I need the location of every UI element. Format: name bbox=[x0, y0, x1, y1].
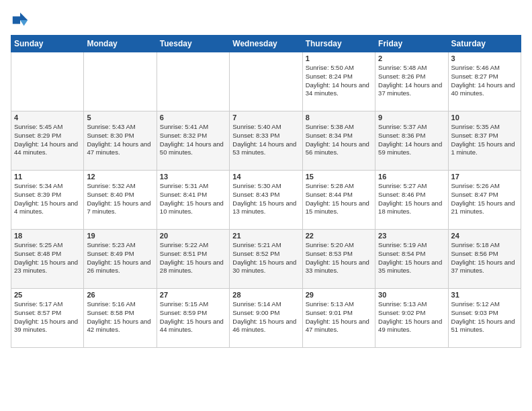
sunset-text: Sunset: 8:32 PM bbox=[160, 132, 226, 140]
daylight-text: Daylight: 15 hours and 26 minutes. bbox=[87, 259, 153, 276]
sunrise-text: Sunrise: 5:40 AM bbox=[232, 123, 299, 132]
sunrise-text: Sunrise: 5:28 AM bbox=[306, 182, 372, 191]
sunset-text: Sunset: 8:41 PM bbox=[160, 191, 226, 199]
sunset-text: Sunset: 8:29 PM bbox=[14, 132, 81, 140]
calendar-cell: 15Sunrise: 5:28 AMSunset: 8:44 PMDayligh… bbox=[302, 171, 375, 230]
sunset-text: Sunset: 8:46 PM bbox=[378, 191, 445, 199]
daylight-text: Daylight: 15 hours and 51 minutes. bbox=[451, 318, 518, 335]
day-number: 21 bbox=[232, 232, 299, 240]
daylight-text: Daylight: 15 hours and 21 minutes. bbox=[451, 199, 518, 217]
day-number: 11 bbox=[14, 173, 81, 181]
calendar-cell: 13Sunrise: 5:31 AMSunset: 8:41 PMDayligh… bbox=[157, 171, 229, 230]
calendar-cell: 30Sunrise: 5:13 AMSunset: 9:02 PMDayligh… bbox=[375, 289, 448, 348]
day-info: Sunrise: 5:41 AMSunset: 8:32 PMDaylight:… bbox=[160, 123, 226, 157]
sunrise-text: Sunrise: 5:13 AM bbox=[306, 300, 372, 309]
day-number: 12 bbox=[87, 173, 153, 181]
calendar-cell: 17Sunrise: 5:26 AMSunset: 8:47 PMDayligh… bbox=[448, 171, 521, 230]
day-number: 4 bbox=[14, 113, 81, 122]
daylight-text: Daylight: 15 hours and 42 minutes. bbox=[87, 318, 153, 335]
day-number: 2 bbox=[378, 54, 445, 62]
day-number: 31 bbox=[451, 291, 518, 299]
daylight-text: Daylight: 15 hours and 13 minutes. bbox=[232, 199, 299, 217]
day-number: 9 bbox=[378, 113, 445, 122]
calendar-cell: 20Sunrise: 5:22 AMSunset: 8:51 PMDayligh… bbox=[157, 230, 229, 289]
day-number: 8 bbox=[306, 113, 372, 122]
sunset-text: Sunset: 8:47 PM bbox=[451, 191, 518, 199]
weekday-header: Tuesday bbox=[157, 36, 229, 52]
sunrise-text: Sunrise: 5:22 AM bbox=[160, 241, 226, 250]
daylight-text: Daylight: 15 hours and 30 minutes. bbox=[232, 259, 299, 276]
sunrise-text: Sunrise: 5:37 AM bbox=[378, 123, 445, 132]
sunrise-text: Sunrise: 5:46 AM bbox=[451, 64, 518, 73]
day-number: 16 bbox=[378, 173, 445, 181]
calendar-table: SundayMondayTuesdayWednesdayThursdayFrid… bbox=[11, 35, 521, 348]
calendar-cell: 31Sunrise: 5:12 AMSunset: 9:03 PMDayligh… bbox=[448, 289, 521, 348]
sunset-text: Sunset: 8:57 PM bbox=[14, 309, 81, 318]
sunrise-text: Sunrise: 5:25 AM bbox=[14, 241, 81, 250]
daylight-text: Daylight: 14 hours and 50 minutes. bbox=[160, 140, 226, 158]
day-info: Sunrise: 5:30 AMSunset: 8:43 PMDaylight:… bbox=[232, 182, 299, 216]
day-number: 24 bbox=[451, 232, 518, 240]
logo bbox=[11, 11, 31, 30]
daylight-text: Daylight: 15 hours and 39 minutes. bbox=[14, 318, 81, 335]
calendar-cell: 2Sunrise: 5:48 AMSunset: 8:26 PMDaylight… bbox=[375, 52, 448, 111]
calendar-cell bbox=[84, 52, 157, 111]
sunset-text: Sunset: 8:27 PM bbox=[451, 73, 518, 81]
day-info: Sunrise: 5:16 AMSunset: 8:58 PMDaylight:… bbox=[87, 300, 153, 334]
day-number: 1 bbox=[306, 54, 372, 62]
calendar-week-row: 25Sunrise: 5:17 AMSunset: 8:57 PMDayligh… bbox=[11, 289, 521, 348]
weekday-header: Friday bbox=[375, 36, 448, 52]
sunrise-text: Sunrise: 5:13 AM bbox=[378, 300, 445, 309]
sunrise-text: Sunrise: 5:27 AM bbox=[378, 182, 445, 191]
day-info: Sunrise: 5:43 AMSunset: 8:30 PMDaylight:… bbox=[87, 123, 153, 157]
sunset-text: Sunset: 8:48 PM bbox=[14, 250, 81, 259]
weekday-header: Thursday bbox=[302, 36, 375, 52]
day-info: Sunrise: 5:35 AMSunset: 8:37 PMDaylight:… bbox=[451, 123, 518, 157]
sunrise-text: Sunrise: 5:45 AM bbox=[14, 123, 81, 132]
daylight-text: Daylight: 15 hours and 49 minutes. bbox=[378, 318, 445, 335]
sunrise-text: Sunrise: 5:16 AM bbox=[87, 300, 153, 309]
weekday-header: Monday bbox=[84, 36, 157, 52]
calendar-cell: 1Sunrise: 5:50 AMSunset: 8:24 PMDaylight… bbox=[302, 52, 375, 111]
sunrise-text: Sunrise: 5:15 AM bbox=[160, 300, 226, 309]
day-info: Sunrise: 5:13 AMSunset: 9:02 PMDaylight:… bbox=[378, 300, 445, 334]
day-info: Sunrise: 5:37 AMSunset: 8:36 PMDaylight:… bbox=[378, 123, 445, 157]
calendar-week-row: 18Sunrise: 5:25 AMSunset: 8:48 PMDayligh… bbox=[11, 230, 521, 289]
day-info: Sunrise: 5:46 AMSunset: 8:27 PMDaylight:… bbox=[451, 64, 518, 98]
sunrise-text: Sunrise: 5:19 AM bbox=[378, 241, 445, 250]
day-number: 27 bbox=[160, 291, 226, 299]
sunset-text: Sunset: 8:53 PM bbox=[306, 250, 372, 259]
day-number: 3 bbox=[451, 54, 518, 62]
calendar-cell: 18Sunrise: 5:25 AMSunset: 8:48 PMDayligh… bbox=[11, 230, 84, 289]
sunset-text: Sunset: 8:54 PM bbox=[378, 250, 445, 259]
day-info: Sunrise: 5:27 AMSunset: 8:46 PMDaylight:… bbox=[378, 182, 445, 216]
sunset-text: Sunset: 8:52 PM bbox=[232, 250, 299, 259]
day-number: 23 bbox=[378, 232, 445, 240]
calendar-cell: 11Sunrise: 5:34 AMSunset: 8:39 PMDayligh… bbox=[11, 171, 84, 230]
day-number: 19 bbox=[87, 232, 153, 240]
sunset-text: Sunset: 8:51 PM bbox=[160, 250, 226, 259]
svg-marker-0 bbox=[20, 13, 28, 20]
day-number: 22 bbox=[306, 232, 372, 240]
sunset-text: Sunset: 9:01 PM bbox=[306, 309, 372, 318]
day-number: 29 bbox=[306, 291, 372, 299]
day-number: 26 bbox=[87, 291, 153, 299]
calendar-cell: 9Sunrise: 5:37 AMSunset: 8:36 PMDaylight… bbox=[375, 111, 448, 171]
daylight-text: Daylight: 14 hours and 34 minutes. bbox=[306, 81, 372, 99]
daylight-text: Daylight: 15 hours and 33 minutes. bbox=[306, 259, 372, 276]
sunset-text: Sunset: 8:33 PM bbox=[232, 132, 299, 140]
day-number: 25 bbox=[14, 291, 81, 299]
page-container: SundayMondayTuesdayWednesdayThursdayFrid… bbox=[0, 0, 532, 359]
day-number: 14 bbox=[232, 173, 299, 181]
day-number: 15 bbox=[306, 173, 372, 181]
daylight-text: Daylight: 15 hours and 1 minute. bbox=[451, 140, 518, 158]
calendar-week-row: 11Sunrise: 5:34 AMSunset: 8:39 PMDayligh… bbox=[11, 171, 521, 230]
sunrise-text: Sunrise: 5:32 AM bbox=[87, 182, 153, 191]
sunset-text: Sunset: 9:02 PM bbox=[378, 309, 445, 318]
calendar-cell: 19Sunrise: 5:23 AMSunset: 8:49 PMDayligh… bbox=[84, 230, 157, 289]
sunset-text: Sunset: 8:56 PM bbox=[451, 250, 518, 259]
calendar-week-row: 4Sunrise: 5:45 AMSunset: 8:29 PMDaylight… bbox=[11, 111, 521, 171]
calendar-cell: 28Sunrise: 5:14 AMSunset: 9:00 PMDayligh… bbox=[230, 289, 302, 348]
day-info: Sunrise: 5:34 AMSunset: 8:39 PMDaylight:… bbox=[14, 182, 81, 216]
day-info: Sunrise: 5:23 AMSunset: 8:49 PMDaylight:… bbox=[87, 241, 153, 275]
